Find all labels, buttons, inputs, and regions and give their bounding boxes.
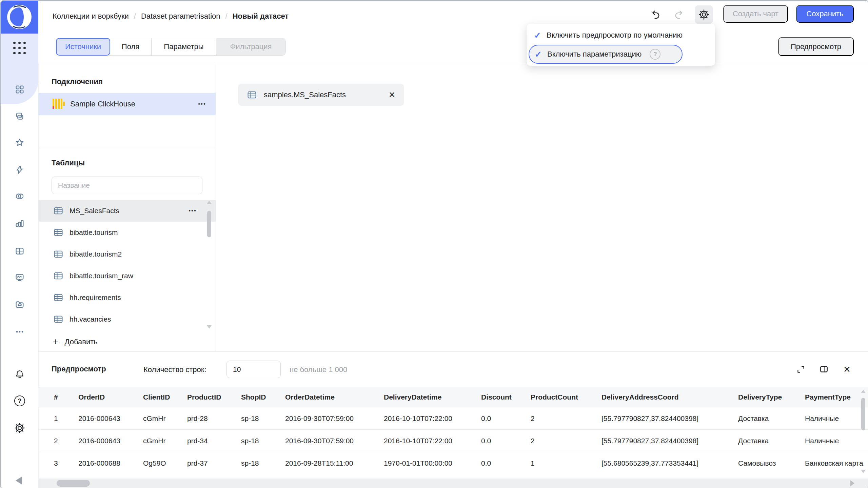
dataset-settings-gear-icon[interactable] bbox=[695, 5, 713, 24]
breadcrumb-separator: / bbox=[225, 12, 228, 21]
preview-panel-title: Предпросмотр bbox=[52, 365, 106, 373]
tables-title: Таблицы bbox=[52, 159, 85, 167]
table-icon bbox=[53, 206, 63, 216]
preview-table-row: 22016-000643cGmHrprd-34sp-182016-09-30T0… bbox=[38, 429, 868, 452]
column-header: DeliveryDatetime bbox=[384, 393, 481, 401]
create-chart-button[interactable]: Создать чарт bbox=[723, 5, 788, 23]
help-icon[interactable]: ? bbox=[13, 394, 26, 407]
column-header: # bbox=[38, 393, 78, 401]
table-search-input[interactable] bbox=[52, 177, 202, 194]
sidebar-collapse-arrow-icon[interactable] bbox=[16, 476, 22, 485]
tables-scrollbar[interactable] bbox=[206, 200, 212, 329]
datalens-dataset-editor: ? Коллекции и воркбуки/Dataset parametri… bbox=[0, 0, 868, 488]
scrollbar-thumb[interactable] bbox=[861, 398, 865, 430]
table-cell: 2016-000688 bbox=[78, 459, 143, 467]
connection-more-menu-icon[interactable]: ••• bbox=[198, 101, 206, 107]
source-table-chip[interactable]: samples.MS_SalesFacts ✕ bbox=[238, 84, 404, 106]
settings-dropdown-menu: ✓Включить предпросмотр по умолчанию✓Вклю… bbox=[527, 24, 715, 66]
table-icon bbox=[247, 90, 257, 100]
scrollbar-thumb[interactable] bbox=[207, 211, 211, 237]
table-cell: [55.797790827,37.824400398] bbox=[601, 437, 738, 445]
table-cell: cGmHr bbox=[143, 437, 187, 445]
table-name: bibattle.tourism bbox=[70, 228, 118, 237]
column-header: OrderDatetime bbox=[285, 393, 384, 401]
column-header: DeliveryType bbox=[738, 393, 805, 401]
apps-grid-icon[interactable] bbox=[13, 42, 26, 54]
checkmark-icon: ✓ bbox=[534, 30, 541, 40]
table-more-menu-icon[interactable]: ••• bbox=[189, 207, 197, 214]
table-list-item[interactable]: hh.vacancies bbox=[38, 308, 216, 330]
scroll-down-arrow-icon[interactable] bbox=[207, 325, 212, 329]
table-cell: 0.0 bbox=[481, 414, 531, 423]
connections-lightning-icon[interactable] bbox=[13, 163, 26, 176]
help-circle-icon[interactable]: ? bbox=[650, 49, 660, 60]
table-cell: [55.680565239,37.773353441] bbox=[601, 459, 738, 467]
table-list-item[interactable]: bibattle.tourism bbox=[38, 222, 216, 243]
datasets-circles-icon[interactable] bbox=[13, 190, 26, 203]
close-preview-icon[interactable]: ✕ bbox=[840, 362, 854, 377]
table-cell: 0.0 bbox=[481, 459, 531, 467]
checkmark-icon: ✓ bbox=[535, 49, 542, 59]
table-name: hh.requirements bbox=[70, 293, 121, 302]
charts-bar-icon[interactable] bbox=[13, 217, 26, 230]
preview-table-row: 12016-000643cGmHrprd-28sp-182016-09-30T0… bbox=[38, 407, 868, 429]
settings-menu-item[interactable]: ✓Включить параметризацию? bbox=[529, 45, 683, 64]
table-cell: 2016-10-10T07:22:00 bbox=[384, 414, 481, 423]
table-list-item[interactable]: bibattle.tourism2 bbox=[38, 243, 216, 265]
tab-sources[interactable]: Источники bbox=[56, 38, 110, 56]
table-list-item[interactable]: MS_SalesFacts••• bbox=[38, 200, 216, 222]
table-cell: cGmHr bbox=[143, 414, 187, 423]
column-header: Discount bbox=[481, 393, 531, 401]
collections-copy-icon[interactable] bbox=[13, 110, 26, 123]
plus-icon: + bbox=[53, 337, 59, 347]
scroll-down-arrow-icon[interactable] bbox=[861, 470, 866, 473]
connection-item-sample-clickhouse[interactable]: Sample ClickHouse ••• bbox=[38, 93, 216, 115]
table-list-item[interactable]: bibattle.tourism_raw bbox=[38, 265, 216, 287]
scroll-right-arrow-icon[interactable] bbox=[850, 480, 854, 486]
datalens-logo-icon[interactable] bbox=[7, 4, 32, 29]
column-header: ClientID bbox=[143, 393, 187, 401]
scroll-up-arrow-icon[interactable] bbox=[861, 390, 866, 393]
table-name: bibattle.tourism_raw bbox=[70, 272, 133, 280]
save-button[interactable]: Сохранить bbox=[796, 5, 854, 23]
horizontal-scrollbar[interactable] bbox=[38, 479, 868, 488]
scroll-up-arrow-icon[interactable] bbox=[207, 201, 212, 204]
bell-icon[interactable] bbox=[13, 368, 26, 381]
scrollbar-thumb[interactable] bbox=[57, 480, 90, 487]
table-cell: sp-18 bbox=[241, 459, 285, 467]
table-cell: sp-18 bbox=[241, 437, 285, 445]
table-cell: 1 bbox=[38, 414, 78, 423]
settings-menu-item-label: Включить параметризацию bbox=[547, 50, 642, 59]
more-ellipsis-icon[interactable] bbox=[13, 325, 26, 338]
undo-icon[interactable] bbox=[647, 5, 665, 24]
table-grid-icon[interactable] bbox=[13, 245, 26, 258]
preview-vertical-scrollbar[interactable] bbox=[861, 389, 866, 474]
dataset-tabs: ИсточникиПоляПараметрыФильтрация bbox=[56, 38, 286, 56]
dashboards-grid-icon[interactable] bbox=[13, 83, 26, 96]
tab-fields[interactable]: Поля bbox=[110, 38, 152, 55]
table-list-item[interactable]: hh.requirements bbox=[38, 287, 216, 308]
monitor-pulse-icon[interactable] bbox=[13, 271, 26, 284]
table-cell: prd-34 bbox=[187, 437, 241, 445]
settings-gear-icon[interactable] bbox=[13, 422, 26, 434]
row-count-input[interactable] bbox=[226, 361, 281, 378]
preview-toggle-button[interactable]: Предпросмотр bbox=[778, 37, 854, 56]
table-cell: prd-37 bbox=[187, 459, 241, 467]
settings-menu-item[interactable]: ✓Включить предпросмотр по умолчанию bbox=[529, 26, 713, 45]
column-header: PaymentType bbox=[805, 393, 868, 401]
folder-cloud-icon[interactable] bbox=[13, 298, 26, 311]
add-table-button[interactable]: + Добавить bbox=[53, 334, 98, 350]
table-icon bbox=[53, 249, 63, 259]
breadcrumb-item[interactable]: Коллекции и воркбуки bbox=[53, 12, 129, 21]
expand-preview-icon[interactable] bbox=[793, 362, 808, 377]
tab-parameters[interactable]: Параметры bbox=[152, 38, 216, 55]
redo-icon[interactable] bbox=[670, 5, 688, 24]
breadcrumb-item[interactable]: Dataset parametrisation bbox=[141, 12, 220, 21]
table-cell: Наличные bbox=[805, 437, 868, 445]
split-view-icon[interactable] bbox=[816, 362, 831, 377]
table-cell: prd-28 bbox=[187, 414, 241, 423]
favorites-star-icon[interactable] bbox=[13, 136, 26, 149]
table-cell: Og59O bbox=[143, 459, 187, 467]
connections-title: Подключения bbox=[52, 77, 103, 86]
remove-source-icon[interactable]: ✕ bbox=[389, 90, 395, 100]
